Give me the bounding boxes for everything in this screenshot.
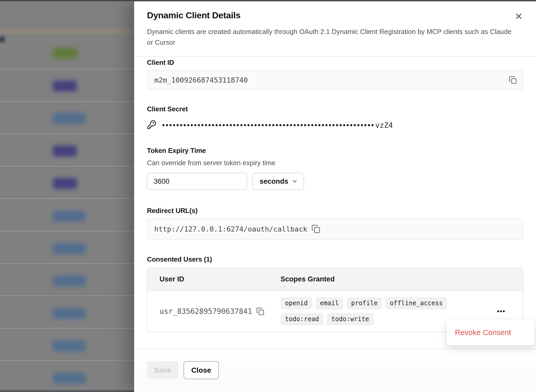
background-blurred-badge (53, 178, 77, 189)
copy-user-id-button[interactable] (256, 307, 264, 315)
background-blurred-badge (53, 48, 78, 59)
screen: Dynamic Client Details Dynamic clients a… (0, 0, 536, 392)
scope-chip: openid (281, 297, 312, 309)
background-blurred-badge (53, 373, 85, 384)
copy-icon (311, 224, 320, 233)
background-blurred-badge (53, 275, 85, 286)
close-icon (514, 12, 523, 21)
scope-chip: offline_access (385, 297, 447, 309)
client-id-value: m2m_100926687453118740 (154, 76, 248, 84)
modal-header: Dynamic Client Details Dynamic clients a… (134, 0, 536, 48)
consented-users-label: Consented Users (1) (147, 255, 523, 263)
token-expiry-input[interactable] (147, 173, 247, 190)
background-bottom-bar (0, 390, 134, 392)
modal-title: Dynamic Client Details (147, 10, 523, 21)
save-button[interactable]: Save (147, 361, 179, 379)
scope-chip: profile (347, 297, 382, 309)
copy-icon (256, 307, 264, 315)
row-actions-context-menu: Revoke Consent (447, 320, 535, 345)
client-id-label: Client ID (147, 59, 523, 67)
redirect-urls-label: Redirect URL(s) (147, 207, 523, 215)
close-button-footer[interactable]: Close (184, 361, 219, 379)
token-expiry-label: Token Expiry Time (147, 147, 523, 155)
scope-chip: todo:write (327, 313, 374, 325)
column-header-scopes: Scopes Granted (281, 275, 335, 283)
background-blurred-badge (53, 146, 77, 157)
background-blurred-badge (53, 211, 85, 222)
redirect-url-box: http://127.0.0.1:6274/oauth/callback (147, 218, 523, 240)
token-expiry-helper: Can override from server token expiry ti… (147, 159, 523, 167)
modal-footer: Save Close (134, 349, 536, 392)
copy-redirect-url-button[interactable] (311, 224, 320, 233)
top-chrome-bar (0, 0, 536, 1)
unit-selected-value: seconds (260, 177, 288, 186)
user-id-cell: usr_83562895790637841 (147, 307, 281, 316)
close-button[interactable] (513, 10, 524, 22)
background-highlight-band (0, 29, 134, 34)
redirect-url-value: http://127.0.0.1:6274/oauth/callback (154, 225, 307, 233)
column-header-user-id: User ID (147, 275, 281, 283)
token-expiry-unit-select[interactable]: seconds (252, 173, 304, 190)
background-blurred-badge (53, 341, 85, 351)
background-blurred-badge (53, 80, 77, 91)
revoke-consent-menu-item[interactable]: Revoke Consent (447, 328, 512, 337)
copy-client-id-button[interactable] (509, 76, 517, 84)
ellipsis-menu-icon: ••• (497, 308, 505, 315)
copy-icon (509, 76, 517, 84)
client-secret-label: Client Secret (147, 105, 523, 113)
scope-chip: todo:read (281, 313, 323, 325)
modal-scroll-body[interactable]: Client ID m2m_100926687453118740 Client … (134, 57, 536, 348)
key-icon (147, 120, 156, 130)
scopes-cell: openid email profile offline_access todo… (281, 291, 448, 332)
scope-chip: email (316, 297, 343, 309)
dynamic-client-details-modal: Dynamic Client Details Dynamic clients a… (134, 0, 536, 392)
row-actions-menu-button[interactable]: ••• (495, 306, 508, 317)
footer-buttons: Save Close (134, 349, 536, 379)
client-secret-row: ••••••••••••••••••••••••••••••••••••••••… (147, 120, 523, 130)
background-blurred-badge (53, 113, 85, 124)
client-secret-masked: ••••••••••••••••••••••••••••••••••••••••… (162, 121, 393, 130)
masked-dots: ••••••••••••••••••••••••••••••••••••••••… (162, 121, 375, 129)
table-header-row: User ID Scopes Granted (147, 268, 523, 291)
token-expiry-row: seconds (147, 173, 523, 190)
chevron-down-icon (292, 178, 298, 185)
background-blurred-badge (53, 243, 85, 254)
secret-visible-suffix: vzZ4 (375, 121, 393, 130)
background-blurred-badge (53, 308, 85, 319)
client-id-box: m2m_100926687453118740 (147, 70, 523, 90)
user-id-value: usr_83562895790637841 (159, 307, 252, 316)
modal-description: Dynamic clients are created automaticall… (147, 26, 513, 48)
